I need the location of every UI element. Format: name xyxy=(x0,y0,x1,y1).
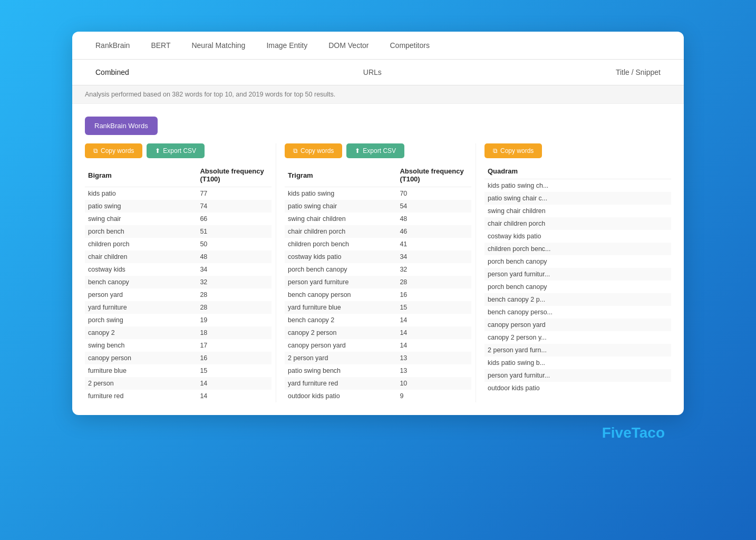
bigram-word: chair children xyxy=(85,250,197,263)
quadram-row: canopy person yard xyxy=(484,319,671,331)
quadram-word: chair children porch xyxy=(484,217,671,230)
brand-text-2: Taco xyxy=(632,425,665,441)
quadram-word: canopy person yard xyxy=(484,319,671,331)
trigram-copy-button[interactable]: ⧉ Copy words xyxy=(285,143,342,158)
trigram-word: chair children porch xyxy=(285,225,396,238)
quadram-word: costway kids patio xyxy=(484,230,671,243)
trigram-section: ⧉ Copy words ⬆ Export CSV Trigram Absolu… xyxy=(276,143,471,402)
trigram-row: patio swing bench13 xyxy=(285,364,471,377)
bigram-table: Bigram Absolute frequency (T100) kids pa… xyxy=(85,163,272,402)
bigram-row: chair children48 xyxy=(85,250,272,263)
trigram-freq: 32 xyxy=(396,263,471,276)
trigram-word: bench canopy person xyxy=(285,288,396,301)
trigram-row: chair children porch46 xyxy=(285,225,471,238)
tab-combined[interactable]: Combined xyxy=(85,60,140,85)
tab-title-snippet[interactable]: Title / Snippet xyxy=(605,60,671,85)
trigram-row: swing chair children48 xyxy=(285,213,471,225)
bigram-word: canopy person xyxy=(85,352,197,364)
tab-urls[interactable]: URLs xyxy=(353,60,392,85)
quadram-actions: ⧉ Copy words xyxy=(484,143,671,158)
trigram-row: bench canopy 214 xyxy=(285,314,471,326)
bigram-row: 2 person14 xyxy=(85,377,272,390)
trigram-row: porch bench canopy32 xyxy=(285,263,471,276)
tab-image-entity[interactable]: Image Entity xyxy=(256,32,318,59)
quadram-word: porch bench canopy xyxy=(484,281,671,293)
info-bar: Analysis performed based on 382 words fo… xyxy=(72,85,684,104)
brand-text-1: Five xyxy=(602,425,632,441)
bigram-freq: 51 xyxy=(197,225,272,238)
bigram-freq: 17 xyxy=(197,339,272,352)
trigram-freq: 13 xyxy=(396,364,471,377)
tab-competitors[interactable]: Competitors xyxy=(379,32,440,59)
trigram-export-button[interactable]: ⬆ Export CSV xyxy=(346,143,404,158)
quadram-word: kids patio swing b... xyxy=(484,356,671,369)
bigram-row: canopy person16 xyxy=(85,352,272,364)
trigram-row: children porch bench41 xyxy=(285,238,471,250)
trigram-row: person yard furniture28 xyxy=(285,276,471,288)
export-icon: ⬆ xyxy=(155,147,160,155)
quadram-word: person yard furnitur... xyxy=(484,369,671,382)
trigram-table: Trigram Absolute frequency (T100) kids p… xyxy=(285,163,471,402)
trigram-freq: 14 xyxy=(396,314,471,326)
main-card: RankBrain BERT Neural Matching Image Ent… xyxy=(72,32,684,415)
bigram-word: swing bench xyxy=(85,339,197,352)
bigram-word: 2 person xyxy=(85,377,197,390)
copy-icon-2: ⧉ xyxy=(293,147,298,155)
bigram-word: bench canopy xyxy=(85,276,197,288)
btn-section: RankBrain Words xyxy=(72,112,684,143)
trigram-row: outdoor kids patio9 xyxy=(285,390,471,402)
trigram-freq: 9 xyxy=(396,390,471,402)
bigram-row: patio swing74 xyxy=(85,200,272,213)
bigram-freq: 77 xyxy=(197,187,272,200)
bigram-word: porch bench xyxy=(85,225,197,238)
bigram-freq: 16 xyxy=(197,352,272,364)
bigram-word: children porch xyxy=(85,238,197,250)
bigram-copy-button[interactable]: ⧉ Copy words xyxy=(85,143,142,158)
tab-bert[interactable]: BERT xyxy=(140,32,181,59)
trigram-freq: 34 xyxy=(396,250,471,263)
quadram-table: Quadram kids patio swing ch...patio swin… xyxy=(484,163,671,394)
trigram-col2-header: Absolute frequency (T100) xyxy=(396,163,471,187)
bigram-freq: 18 xyxy=(197,326,272,339)
bigram-row: furniture red14 xyxy=(85,390,272,402)
bigram-col2-header: Absolute frequency (T100) xyxy=(197,163,272,187)
trigram-row: costway kids patio34 xyxy=(285,250,471,263)
tab-rankbrain[interactable]: RankBrain xyxy=(85,32,140,59)
trigram-row: patio swing chair54 xyxy=(285,200,471,213)
trigram-word: canopy person yard xyxy=(285,339,396,352)
trigram-row: 2 person yard13 xyxy=(285,352,471,364)
tab-neural-matching[interactable]: Neural Matching xyxy=(181,32,256,59)
quadram-row: porch bench canopy xyxy=(484,281,671,293)
bigram-word: patio swing xyxy=(85,200,197,213)
quadram-row: person yard furnitur... xyxy=(484,369,671,382)
brand-row: FiveTaco xyxy=(72,415,684,441)
bigram-row: porch swing19 xyxy=(85,314,272,326)
bigram-row: children porch50 xyxy=(85,238,272,250)
quadram-word: bench canopy perso... xyxy=(484,306,671,319)
quadram-word: porch bench canopy xyxy=(484,255,671,268)
quadram-row: canopy 2 person y... xyxy=(484,331,671,344)
bigram-freq: 15 xyxy=(197,364,272,377)
tables-container: ⧉ Copy words ⬆ Export CSV Bigram Absolut… xyxy=(72,143,684,402)
trigram-word: patio swing chair xyxy=(285,200,396,213)
trigram-word: outdoor kids patio xyxy=(285,390,396,402)
bigram-word: person yard xyxy=(85,288,197,301)
bigram-row: kids patio77 xyxy=(85,187,272,200)
quadram-row: outdoor kids patio xyxy=(484,382,671,394)
bigram-export-button[interactable]: ⬆ Export CSV xyxy=(147,143,205,158)
rankbrain-words-button[interactable]: RankBrain Words xyxy=(85,117,158,135)
quadram-row: bench canopy perso... xyxy=(484,306,671,319)
trigram-word: canopy 2 person xyxy=(285,326,396,339)
bigram-col1-header: Bigram xyxy=(85,163,197,187)
trigram-freq: 13 xyxy=(396,352,471,364)
tab-dom-vector[interactable]: DOM Vector xyxy=(318,32,379,59)
bigram-freq: 34 xyxy=(197,263,272,276)
trigram-word: bench canopy 2 xyxy=(285,314,396,326)
bigram-freq: 48 xyxy=(197,250,272,263)
quadram-copy-button[interactable]: ⧉ Copy words xyxy=(484,143,542,158)
bigram-row: furniture blue15 xyxy=(85,364,272,377)
quadram-section: ⧉ Copy words Quadram kids patio swing ch… xyxy=(476,143,671,402)
trigram-word: kids patio swing xyxy=(285,187,396,200)
trigram-row: canopy 2 person14 xyxy=(285,326,471,339)
bigram-freq: 28 xyxy=(197,301,272,314)
